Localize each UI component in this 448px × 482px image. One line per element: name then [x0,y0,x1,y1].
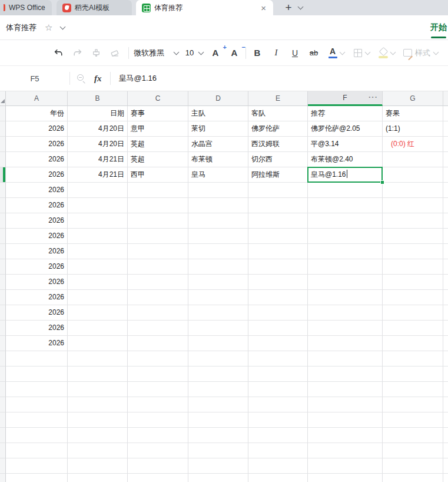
cell-D25[interactable] [188,474,248,482]
cell-D14[interactable] [188,305,248,321]
cell-A8[interactable]: 2026 [6,213,68,229]
font-color-chevron-icon[interactable] [340,49,346,55]
cell-D13[interactable] [188,290,248,305]
cell-C12[interactable] [128,275,188,290]
cell-A4[interactable]: 2026 [6,152,68,167]
cell-G10[interactable] [383,244,443,259]
cell-E4[interactable]: 切尔西 [248,152,308,167]
column-header-C[interactable]: C [128,91,188,106]
cell-C22[interactable] [128,428,188,443]
cell-B12[interactable] [68,275,128,290]
cell-G17[interactable] [383,351,443,367]
cell-F5[interactable]: 皇马@1.16 [308,167,383,183]
decrease-font-size-button[interactable]: A− [228,45,241,61]
cell-F24[interactable] [308,458,383,474]
formula-input[interactable]: 皇马@1.16 [119,73,157,84]
cell-G6[interactable] [383,183,443,198]
cell-B21[interactable] [68,412,128,428]
cell-A17[interactable] [6,351,68,367]
cell-F7[interactable] [308,198,383,213]
cell-C4[interactable]: 英超 [128,152,188,167]
row-header-24[interactable] [0,458,6,474]
cell-F2[interactable]: 佛罗伦萨@2.05 [308,121,383,137]
cell-D9[interactable] [188,229,248,244]
cell-name-box[interactable]: F5 [0,74,69,83]
cell-F19[interactable] [308,382,383,397]
cell-E12[interactable] [248,275,308,290]
cell-C14[interactable] [128,305,188,321]
cell-G4[interactable] [383,152,443,167]
cell-D7[interactable] [188,198,248,213]
row-header-11[interactable] [0,259,6,275]
cell-C1[interactable]: 赛事 [128,106,188,121]
cell-B16[interactable] [68,336,128,351]
cell-G7[interactable] [383,198,443,213]
cell-G22[interactable] [383,428,443,443]
cell-D21[interactable] [188,412,248,428]
row-header-17[interactable] [0,351,6,367]
cell-A16[interactable]: 2026 [6,336,68,351]
cell-E17[interactable] [248,351,308,367]
cell-D5[interactable]: 皇马 [188,167,248,183]
increase-font-size-button[interactable]: A+ [209,45,222,61]
cell-F14[interactable] [308,305,383,321]
tab-sports-recommendation[interactable]: 体育推荐 × [136,0,273,15]
cell-G15[interactable] [383,321,443,336]
cell-G14[interactable] [383,305,443,321]
cell-G23[interactable] [383,443,443,458]
cell-B19[interactable] [68,382,128,397]
cell-B22[interactable] [68,428,128,443]
cell-A3[interactable]: 2026 [6,137,68,152]
cell-B13[interactable] [68,290,128,305]
cell-E22[interactable] [248,428,308,443]
cell-B5[interactable]: 4月21日 [68,167,128,183]
row-header-3[interactable] [0,137,6,152]
cell-E16[interactable] [248,336,308,351]
insert-function-fx-icon[interactable]: fx [94,74,102,84]
cell-A6[interactable]: 2026 [6,183,68,198]
cell-C23[interactable] [128,443,188,458]
font-color-button[interactable]: A [326,45,339,61]
cell-D22[interactable] [188,428,248,443]
cell-B15[interactable] [68,321,128,336]
row-header-22[interactable] [0,428,6,443]
row-header-5[interactable] [0,167,6,183]
cell-C9[interactable] [128,229,188,244]
cell-B23[interactable] [68,443,128,458]
title-chevron-icon[interactable] [60,24,66,29]
ribbon-tab-home[interactable]: 开始 [430,15,447,39]
cell-F11[interactable] [308,259,383,275]
row-header-25[interactable] [0,474,6,482]
column-header-B[interactable]: B [68,91,128,106]
strikethrough-button[interactable]: ab [307,45,320,61]
cell-D11[interactable] [188,259,248,275]
cell-B14[interactable] [68,305,128,321]
cell-G1[interactable]: 赛果 [383,106,443,121]
cell-G5[interactable] [383,167,443,183]
cell-C13[interactable] [128,290,188,305]
cell-B17[interactable] [68,351,128,367]
new-tab-button[interactable]: + [281,0,296,15]
row-header-21[interactable] [0,412,6,428]
cell-C25[interactable] [128,474,188,482]
cell-F1[interactable]: 推荐 [308,106,383,121]
cell-B8[interactable] [68,213,128,229]
cell-B25[interactable] [68,474,128,482]
cell-F10[interactable] [308,244,383,259]
cell-G9[interactable] [383,229,443,244]
cell-D4[interactable]: 布莱顿 [188,152,248,167]
cell-C18[interactable] [128,367,188,382]
cell-D6[interactable] [188,183,248,198]
cell-A15[interactable]: 2026 [6,321,68,336]
cell-G20[interactable] [383,397,443,412]
cell-G3[interactable]: (0:0) 红 [383,137,443,152]
cell-C5[interactable]: 西甲 [128,167,188,183]
zoom-out-icon[interactable] [77,74,85,82]
cell-E20[interactable] [248,397,308,412]
cell-C8[interactable] [128,213,188,229]
column-header-F[interactable]: F··· [308,91,383,106]
cell-E19[interactable] [248,382,308,397]
cell-F22[interactable] [308,428,383,443]
cell-A13[interactable]: 2026 [6,290,68,305]
cell-F21[interactable] [308,412,383,428]
